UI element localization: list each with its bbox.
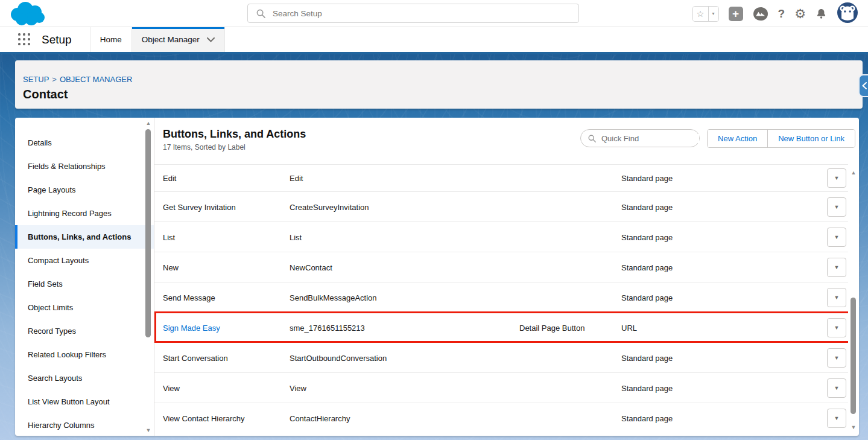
row-type: Detail Page Button — [519, 323, 584, 332]
row-label: View Contact Hierarchy — [163, 413, 245, 422]
search-icon — [256, 9, 265, 18]
sidebar-item-related-lookup-filters[interactable]: Related Lookup Filters — [15, 343, 154, 366]
global-search — [247, 4, 579, 23]
favorites-group: ☆ ▾ — [692, 6, 719, 22]
row-content-source: Standard page — [621, 263, 673, 272]
scroll-up-arrow-icon[interactable]: ▲ — [145, 120, 152, 127]
sidebar-scrollbar-thumb[interactable] — [145, 129, 151, 337]
chevron-down-icon — [207, 37, 215, 42]
favorites-star-icon[interactable]: ☆ — [693, 7, 708, 21]
tab-home[interactable]: Home — [90, 27, 131, 52]
sidebar-scrollbar[interactable]: ▲ ▼ — [145, 120, 152, 434]
page-title: Contact — [23, 88, 863, 101]
table-body: EditEditStandard page▼Get Survey Invitat… — [154, 164, 848, 436]
row-actions-dropdown-button[interactable]: ▼ — [827, 288, 846, 307]
row-api-name: ContactHierarchy — [290, 413, 350, 422]
table-row: View Contact HierarchyContactHierarchySt… — [154, 403, 848, 433]
row-label-link[interactable]: Sign Made Easy — [163, 323, 220, 332]
object-sidebar-nav: DetailsFields & RelationshipsPage Layout… — [15, 118, 154, 436]
table-row: EditEditStandard page▼ — [154, 164, 848, 191]
global-header: ☆ ▾ + ? ⚙ — [0, 0, 868, 27]
breadcrumb: SETUP>OBJECT MANAGER — [23, 75, 863, 84]
quick-create-plus-icon[interactable]: + — [729, 7, 743, 21]
trailhead-icon[interactable] — [753, 7, 768, 21]
collapse-panel-toggle[interactable] — [858, 74, 868, 97]
app-name-label: Setup — [42, 33, 72, 46]
row-label: Edit — [163, 174, 176, 183]
chevron-left-icon — [862, 82, 867, 89]
sidebar-item-list-view-button-layout[interactable]: List View Button Layout — [15, 390, 154, 413]
row-content-source: Standard page — [621, 174, 673, 183]
table-scrollbar-thumb[interactable] — [851, 298, 856, 414]
new-action-button[interactable]: New Action — [708, 130, 767, 147]
header-utility-icons: ☆ ▾ + ? ⚙ — [692, 0, 858, 27]
row-api-name: SendBulkMessageAction — [290, 293, 377, 302]
row-content-source: URL — [621, 323, 637, 332]
object-header-card: SETUP>OBJECT MANAGER Contact — [15, 60, 863, 109]
help-question-mark-icon[interactable]: ? — [778, 7, 785, 21]
sidebar-item-compact-layouts[interactable]: Compact Layouts — [15, 249, 154, 272]
row-api-name: List — [290, 232, 302, 241]
row-content-source: Standard page — [621, 202, 673, 211]
setup-navbar: Setup Home Object Manager — [0, 27, 868, 54]
sidebar-item-fields-relationships[interactable]: Fields & Relationships — [15, 155, 154, 178]
quick-find-input[interactable] — [601, 134, 699, 143]
row-label: List — [163, 232, 175, 241]
breadcrumb-setup-link[interactable]: SETUP — [23, 75, 49, 84]
new-button-or-link-button[interactable]: New Button or Link — [767, 130, 855, 147]
content-card: DetailsFields & RelationshipsPage Layout… — [15, 118, 859, 436]
table-row: Send MessageSendBulkMessageActionStandar… — [154, 282, 848, 312]
quick-find-box — [580, 129, 700, 147]
salesforce-cloud-logo — [10, 1, 46, 29]
table-row-highlighted: Sign Made Easysme_1761651155213Detail Pa… — [154, 312, 848, 342]
row-content-source: Standard page — [621, 383, 673, 392]
row-label: Get Survey Invitation — [163, 202, 236, 211]
sidebar-item-buttons-links-and-actions[interactable]: Buttons, Links, and Actions — [15, 225, 154, 249]
row-actions-dropdown-button[interactable]: ▼ — [827, 409, 846, 428]
scroll-up-arrow-icon[interactable]: ▲ — [850, 169, 857, 176]
notifications-bell-icon[interactable] — [816, 7, 827, 20]
setup-canvas: SETUP>OBJECT MANAGER Contact DetailsFiel… — [0, 54, 868, 440]
tab-object-manager[interactable]: Object Manager — [131, 27, 225, 52]
sidebar-item-object-limits[interactable]: Object Limits — [15, 296, 154, 319]
table-row: Get Survey InvitationCreateSurveyInvitat… — [154, 191, 848, 222]
user-avatar[interactable] — [837, 2, 858, 25]
breadcrumb-object-manager-link[interactable]: OBJECT MANAGER — [60, 75, 132, 84]
row-actions-dropdown-button[interactable]: ▼ — [827, 348, 846, 368]
favorites-chevron-down-icon[interactable]: ▾ — [708, 7, 718, 21]
row-label: New — [163, 263, 179, 272]
header-buttons: New Action New Button or Link — [707, 129, 855, 148]
row-api-name: sme_1761651155213 — [290, 323, 365, 332]
tab-object-manager-label: Object Manager — [142, 35, 200, 44]
row-content-source: Standard page — [621, 232, 673, 241]
row-api-name: View — [290, 383, 306, 392]
search-icon — [588, 135, 596, 142]
app-launcher-waffle-icon[interactable] — [18, 33, 31, 46]
row-label: View — [163, 383, 180, 392]
table-scrollbar[interactable]: ▲ ▼ — [850, 169, 857, 431]
sidebar-item-hierarchy-columns[interactable]: Hierarchy Columns — [15, 413, 154, 436]
sidebar-item-details[interactable]: Details — [15, 131, 154, 155]
row-content-source: Standard page — [621, 293, 673, 302]
sidebar-item-search-layouts[interactable]: Search Layouts — [15, 366, 154, 390]
scroll-down-arrow-icon[interactable]: ▼ — [145, 427, 152, 434]
section-subtitle: 17 Items, Sorted by Label — [163, 143, 246, 151]
setup-gear-icon[interactable]: ⚙ — [794, 7, 806, 21]
row-actions-dropdown-button[interactable]: ▼ — [827, 228, 846, 247]
row-actions-dropdown-button[interactable]: ▼ — [827, 258, 846, 277]
row-actions-dropdown-button[interactable]: ▼ — [827, 197, 846, 217]
sidebar-item-field-sets[interactable]: Field Sets — [15, 272, 154, 296]
row-actions-dropdown-button[interactable]: ▼ — [827, 168, 846, 188]
table-row: NewNewContactStandard page▼ — [154, 252, 848, 282]
row-label: Send Message — [163, 293, 215, 302]
row-actions-dropdown-button[interactable]: ▼ — [827, 378, 846, 398]
row-actions-dropdown-button[interactable]: ▼ — [827, 318, 846, 337]
sidebar-item-lightning-record-pages[interactable]: Lightning Record Pages — [15, 202, 154, 225]
row-content-source: Standard page — [621, 413, 673, 422]
search-input[interactable] — [273, 9, 578, 18]
nav-tabs: Home Object Manager — [90, 27, 225, 52]
scroll-down-arrow-icon[interactable]: ▼ — [850, 424, 857, 431]
sidebar-item-record-types[interactable]: Record Types — [15, 319, 154, 343]
sidebar-item-page-layouts[interactable]: Page Layouts — [15, 178, 154, 202]
row-api-name: NewContact — [290, 263, 332, 272]
